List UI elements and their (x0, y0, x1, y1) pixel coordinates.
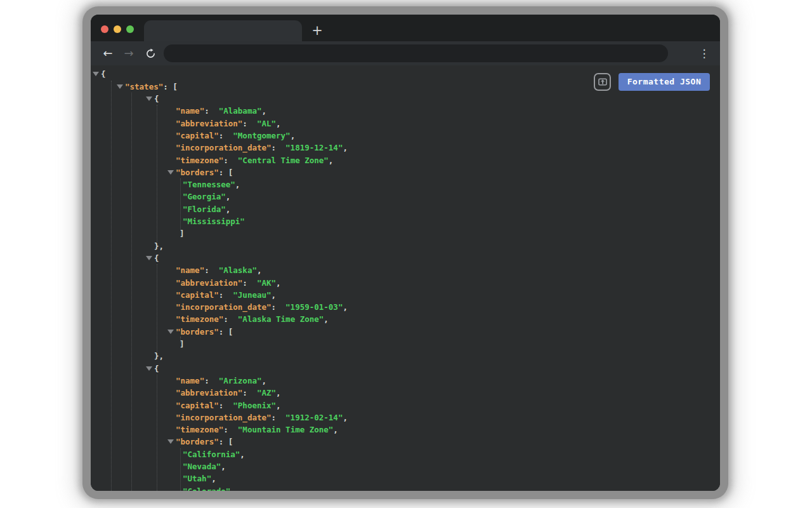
json-line: "abbreviation": "AL", (176, 117, 281, 130)
json-line: "Georgia", (183, 190, 230, 203)
collapse-toggle-icon[interactable] (93, 72, 99, 76)
indent-guide (111, 81, 112, 491)
json-punctuation: }, (154, 241, 164, 251)
json-punctuation: , (329, 156, 334, 165)
json-line: ] (180, 338, 185, 351)
json-line: "borders": [ (176, 436, 233, 448)
json-string-value: "Alabama" (219, 106, 262, 116)
json-line: "name": "Arizona", (176, 375, 266, 387)
json-key: "abbreviation" (176, 278, 242, 288)
json-line: "California", (183, 448, 245, 461)
json-key: "abbreviation" (176, 388, 242, 398)
json-line: "Nevada", (183, 460, 226, 473)
indent-guide (180, 448, 181, 491)
json-line: "borders": [ (176, 326, 233, 338)
box-with-up-arrow-icon (596, 76, 609, 88)
desktop-background: + ← → ⋮ {"states": [{"name": "Alabama","… (0, 0, 812, 508)
collapse-toggle-icon[interactable] (146, 256, 152, 260)
json-string-value: "Georgia" (183, 192, 226, 201)
json-key: "borders" (176, 437, 219, 446)
json-punctuation: : (242, 388, 257, 398)
json-punctuation: , (333, 425, 338, 434)
collapse-toggle-icon[interactable] (117, 84, 123, 89)
json-punctuation: : [ (163, 82, 178, 91)
json-punctuation: , (261, 106, 266, 116)
json-line: "capital": "Juneau", (176, 289, 276, 302)
json-line: "Colorado", (183, 485, 235, 491)
json-line: { (154, 363, 159, 375)
json-string-value: "Alaska" (219, 265, 257, 275)
json-string-value: "Alaska Time Zone" (238, 314, 324, 324)
json-punctuation: : (223, 314, 238, 324)
json-string-value: "Tennessee" (183, 180, 235, 189)
json-line: { (154, 252, 159, 265)
json-punctuation: , (226, 192, 231, 201)
json-punctuation: , (276, 388, 281, 398)
open-in-window-button[interactable] (594, 73, 611, 91)
browser-window: + ← → ⋮ {"states": [{"name": "Alabama","… (91, 15, 720, 491)
json-string-value: "California" (183, 450, 240, 459)
json-line: "incorporation_date": "1912-02-14", (176, 411, 348, 424)
zoom-window-button[interactable] (126, 25, 134, 33)
json-string-value: "Utah" (183, 474, 211, 483)
collapse-toggle-icon[interactable] (167, 439, 174, 444)
json-line: "Tennessee", (183, 178, 240, 191)
json-punctuation: { (154, 94, 159, 104)
json-key: "borders" (176, 168, 219, 177)
json-line: "Florida", (183, 203, 230, 216)
close-window-button[interactable] (101, 25, 108, 33)
json-punctuation: : (204, 265, 219, 275)
collapse-toggle-icon[interactable] (167, 170, 174, 175)
json-punctuation: , (272, 290, 277, 300)
json-punctuation: , (324, 314, 329, 324)
json-punctuation: { (101, 69, 106, 79)
json-key: "incorporation_date" (176, 302, 272, 312)
browser-toolbar: ← → ⋮ (91, 41, 720, 65)
json-string-value: "Colorado" (183, 486, 230, 491)
json-string-value: "AZ" (257, 388, 276, 398)
browser-tab[interactable] (144, 20, 302, 41)
new-tab-button[interactable]: + (310, 23, 325, 39)
back-icon[interactable]: ← (100, 46, 115, 61)
json-punctuation: , (276, 278, 281, 288)
json-line: "name": "Alaska", (176, 264, 261, 277)
menu-icon[interactable]: ⋮ (698, 46, 710, 61)
json-punctuation: : (219, 131, 233, 140)
collapse-toggle-icon[interactable] (146, 97, 152, 101)
json-line: "incorporation_date": "1959-01-03", (176, 301, 348, 314)
collapse-toggle-icon[interactable] (146, 366, 152, 371)
minimize-window-button[interactable] (114, 25, 121, 33)
json-punctuation: : (272, 413, 286, 422)
indent-guide (157, 264, 157, 352)
reload-icon[interactable] (145, 48, 156, 59)
json-string-value: "Phoenix" (233, 401, 276, 410)
json-string-value: "Nevada" (183, 462, 221, 471)
json-line: "abbreviation": "AZ", (176, 387, 281, 399)
json-punctuation: : (272, 302, 286, 312)
json-punctuation: , (343, 143, 348, 152)
json-punctuation: , (226, 204, 231, 214)
json-punctuation: ] (180, 229, 185, 238)
formatted-json-button[interactable]: Formatted JSON (619, 73, 710, 91)
collapse-toggle-icon[interactable] (167, 330, 174, 334)
json-string-value: "AL" (257, 119, 276, 128)
json-line: "incorporation_date": "1819-12-14", (176, 142, 348, 154)
forward-icon[interactable]: → (121, 46, 136, 61)
json-punctuation: , (343, 413, 348, 422)
json-line: }, (154, 350, 164, 363)
json-key: "timezone" (176, 156, 223, 165)
json-key: "incorporation_date" (176, 143, 272, 152)
json-line: "Mississippi" (183, 215, 245, 228)
json-string-value: "1959-01-03" (285, 302, 343, 312)
json-punctuation: : (242, 119, 257, 128)
json-key: "capital" (176, 131, 219, 140)
address-bar[interactable] (164, 44, 668, 62)
json-line: "borders": [ (176, 166, 233, 179)
json-string-value: "Central Time Zone" (238, 156, 329, 165)
json-string-value: "Juneau" (233, 290, 271, 300)
json-punctuation: : (219, 401, 233, 410)
json-punctuation: , (240, 450, 245, 459)
json-key: "name" (176, 376, 204, 385)
json-string-value: "Mississippi" (183, 217, 245, 226)
json-line: ] (180, 227, 185, 240)
